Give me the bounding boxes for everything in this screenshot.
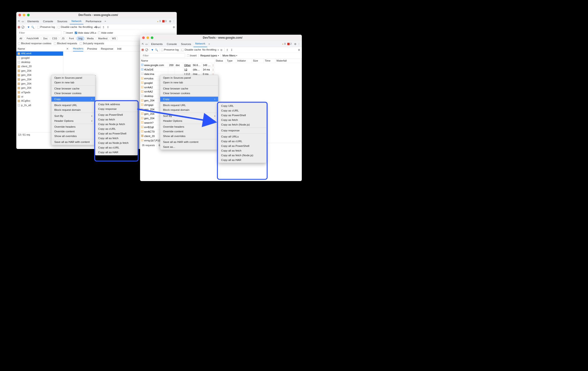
disable-cache-check[interactable]: Disable cache	[58, 26, 77, 29]
tab-performance[interactable]: Performance	[84, 18, 103, 24]
minimize-icon[interactable]	[23, 14, 25, 16]
mi-clear-cookies[interactable]: Clear browser cookies	[160, 91, 218, 96]
hide-ext-check[interactable]: Hide exter	[98, 31, 113, 34]
filter-input[interactable]	[141, 53, 185, 58]
pill-font[interactable]: Font	[67, 37, 76, 41]
inspect-icon[interactable]: ⇱	[141, 42, 144, 45]
tab-console[interactable]: Console	[41, 18, 55, 24]
tab-elements[interactable]: Elements	[149, 41, 164, 47]
zoom-icon[interactable]	[151, 36, 153, 39]
col-size[interactable]: Size	[252, 59, 264, 63]
request-row[interactable]: googlel	[16, 56, 63, 60]
mi-block-domain[interactable]: Block request domain	[51, 107, 95, 112]
more-tabs-icon[interactable]: »	[104, 20, 107, 23]
error-badge[interactable]: 2	[287, 42, 292, 45]
more-tabs-icon[interactable]: »	[208, 42, 211, 45]
preserve-log-check[interactable]: Preserve log	[37, 26, 55, 29]
col-initiator[interactable]: Initiator	[236, 59, 252, 63]
wifi-icon[interactable]: ⊜	[220, 48, 223, 51]
col-name[interactable]: Name	[140, 59, 215, 63]
tab-network[interactable]: Network	[193, 41, 207, 47]
throttling-select[interactable]: No throttling	[79, 26, 93, 29]
filter-icon[interactable]: ▼	[27, 25, 30, 29]
tab-network[interactable]: Network	[70, 18, 84, 24]
error-badge[interactable]: 3	[162, 20, 166, 23]
mi-save-har[interactable]: Save all as HAR with content	[160, 140, 218, 144]
mi-copy[interactable]: Copy	[160, 97, 218, 102]
table-row[interactable]: 4UaGrE):0(dis…14 ms|	[140, 67, 215, 72]
mi-show-overrides[interactable]: Show all overrides	[51, 134, 95, 138]
subtab-headers[interactable]: Headers	[73, 47, 83, 52]
col-time[interactable]: Time	[264, 59, 275, 63]
mi-show-overrides[interactable]: Show all overrides	[160, 134, 218, 138]
preserve-log-check[interactable]: Preserve log	[161, 48, 179, 51]
request-row[interactable]: client_20	[16, 64, 63, 69]
inspect-icon[interactable]: ⇱	[18, 20, 21, 23]
device-icon[interactable]: ▭	[145, 42, 148, 45]
mi-open-tab[interactable]: Open in new tab	[51, 80, 95, 85]
third-party-check[interactable]: 3rd-party requests	[80, 42, 104, 45]
mi-override-headers[interactable]: Override headers	[51, 124, 95, 129]
mi-header-opts[interactable]: Header Options	[51, 118, 95, 123]
pill-media[interactable]: Media	[85, 37, 95, 41]
mi-block-url[interactable]: Block request URL	[51, 103, 95, 107]
invert-check[interactable]: Invert	[187, 54, 197, 57]
kebab-icon[interactable]: ⋮	[297, 42, 300, 45]
mi-clear-cache[interactable]: Clear browser cache	[160, 86, 218, 91]
tab-elements[interactable]: Elements	[26, 18, 41, 24]
pill-fetch[interactable]: Fetch/XHR	[25, 37, 41, 41]
disable-cache-check[interactable]: Disable cache	[181, 48, 201, 51]
pill-manifest[interactable]: Manifest	[96, 37, 109, 41]
mi-override-content[interactable]: Override content	[160, 129, 218, 134]
invert-check[interactable]: Invert	[63, 31, 73, 34]
table-row[interactable]: www.google.com200docOther56.6…149 …|	[140, 63, 215, 67]
settings-icon[interactable]: ⚙	[294, 42, 297, 45]
mi-clear-cookies[interactable]: Clear browser cookies	[51, 91, 95, 96]
request-row[interactable]: gen_204	[16, 69, 63, 73]
zoom-icon[interactable]	[27, 14, 30, 16]
close-icon[interactable]	[142, 36, 145, 39]
tab-sources[interactable]: Sources	[179, 41, 193, 47]
warn-badge[interactable]: 3	[157, 20, 161, 23]
subtab-initiator[interactable]: Initi	[117, 47, 121, 50]
record-icon[interactable]	[18, 26, 20, 28]
subtab-preview[interactable]: Preview	[87, 47, 97, 50]
mi-open-tab[interactable]: Open in new tab	[160, 80, 218, 85]
mi-save-as[interactable]: Save as...	[160, 144, 218, 149]
pill-img[interactable]: Img	[76, 37, 84, 41]
col-status[interactable]: Status	[215, 59, 226, 63]
filter-input[interactable]	[18, 31, 61, 35]
search-icon[interactable]: 🔍	[32, 26, 34, 29]
mi-clear-cache[interactable]: Clear browser cache	[51, 86, 95, 91]
close-detail-icon[interactable]: ✕	[66, 47, 69, 50]
more-filters-select[interactable]: More filters	[223, 54, 237, 57]
pill-doc[interactable]: Doc	[42, 37, 50, 41]
subtab-response[interactable]: Response	[101, 47, 114, 50]
pill-css[interactable]: CSS	[50, 37, 59, 41]
device-icon[interactable]: ▭	[21, 20, 24, 23]
hide-data-urls-check[interactable]: Hide data URLs	[75, 31, 96, 34]
download-icon[interactable]: ↧	[230, 48, 233, 51]
mi-copy[interactable]: Copy	[51, 97, 95, 102]
search-icon[interactable]: 🔍	[155, 48, 158, 51]
upload-icon[interactable]: ↥	[226, 48, 229, 51]
mi-block-url[interactable]: Block request URL	[160, 103, 218, 107]
settings-icon[interactable]: ⚙	[169, 20, 172, 23]
blocked-cookies-check[interactable]: Blocked response cookies	[18, 42, 51, 45]
col-type[interactable]: Type	[226, 59, 236, 63]
tab-sources[interactable]: Sources	[55, 18, 69, 24]
request-row[interactable]: ANLem4	[16, 51, 63, 55]
col-waterfall[interactable]: Waterfall	[275, 59, 302, 63]
clear-icon[interactable]	[145, 48, 148, 51]
mi-open-sources[interactable]: Open in Sources panel	[51, 76, 95, 80]
request-types-select[interactable]: Request types	[200, 54, 219, 57]
request-row[interactable]: desktop	[16, 60, 63, 64]
pill-all[interactable]: All	[18, 37, 24, 41]
wifi-icon[interactable]: �ari	[96, 26, 99, 29]
upload-icon[interactable]: ↥	[102, 26, 105, 29]
minimize-icon[interactable]	[147, 36, 149, 39]
pill-ws[interactable]: WS	[110, 37, 118, 41]
mi-override-content[interactable]: Override content	[51, 129, 95, 134]
filter-icon[interactable]: ▼	[151, 48, 154, 51]
kebab-icon[interactable]: ⋮	[172, 20, 175, 23]
